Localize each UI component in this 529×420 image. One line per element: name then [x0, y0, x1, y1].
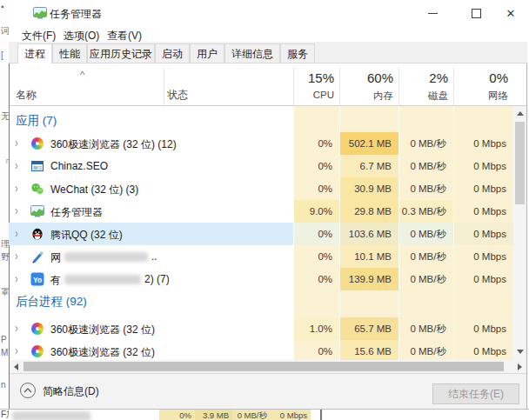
minimize-button[interactable] — [416, 0, 449, 26]
metric-cell[interactable]: 0 Mbps — [453, 200, 513, 223]
metric-cell[interactable]: 0% — [293, 132, 339, 155]
expand-chevron-icon[interactable]: › — [15, 158, 18, 173]
metric-cell[interactable]: 103.6 MB — [339, 223, 398, 245]
metric-cell[interactable]: 0 MB/秒 — [398, 340, 453, 360]
metric-cell[interactable]: 0 Mbps — [453, 223, 513, 245]
process-row[interactable]: ›Chinaz.SEO0%6.7 MB0 MB/秒0 Mbps — [0, 155, 527, 177]
metric-cell[interactable]: 30.9 MB — [339, 177, 398, 200]
youdao-icon: Yo — [30, 272, 44, 286]
metric-cell[interactable]: 29.8 MB — [339, 200, 398, 223]
metric-cell[interactable]: 0 Mbps — [453, 132, 513, 155]
expand-chevron-icon[interactable]: › — [15, 249, 18, 263]
process-name: 网 — [50, 250, 61, 265]
process-row[interactable]: ›腾讯QQ (32 位)0%103.6 MB0 MB/秒0 Mbps — [0, 223, 527, 245]
close-button[interactable]: ✕ — [494, 0, 527, 26]
metric-cell[interactable]: 139.9 MB — [339, 268, 398, 290]
metric-cell[interactable]: 0% — [293, 268, 339, 290]
metric-cell[interactable]: 0% — [293, 340, 339, 360]
expand-chevron-icon[interactable]: › — [15, 226, 18, 241]
process-row[interactable]: ›网..0%10.1 MB0 MB/秒0 Mbps — [0, 245, 527, 268]
metric-cell[interactable]: 0% — [293, 245, 339, 268]
metric-cell[interactable]: 0 MB/秒 — [398, 155, 453, 177]
header-label-磁盘[interactable]: 磁盘 — [396, 90, 448, 103]
header-pct-内存[interactable]: 60% — [341, 70, 393, 85]
process-row[interactable]: ›WeChat (32 位) (3)0%30.9 MB0 MB/秒0 Mbps — [0, 177, 527, 200]
process-list: 应用 (7)›360极速浏览器 (32 位) (12)0%502.1 MB0 M… — [0, 106, 527, 360]
metric-cell[interactable]: 65.7 MB — [339, 317, 398, 340]
tab-启动[interactable]: 启动 — [155, 43, 190, 63]
metric-cell[interactable]: 502.1 MB — [339, 132, 398, 155]
tab-用户[interactable]: 用户 — [190, 43, 224, 63]
end-task-button[interactable]: 结束任务(E) — [432, 383, 519, 404]
metric-cell[interactable]: 0 MB/秒 — [398, 245, 453, 268]
header-pct-网络[interactable]: 0% — [456, 70, 508, 85]
metric-cell[interactable]: 0 Mbps — [453, 245, 513, 268]
scroll-left-icon[interactable] — [14, 363, 18, 370]
process-group-header[interactable]: 应用 (7) — [16, 113, 57, 129]
metric-cell[interactable]: 0% — [293, 155, 339, 177]
window-title: 任务管理器 — [50, 7, 102, 22]
tab-应用历史记录[interactable]: 应用历史记录 — [87, 43, 155, 63]
process-group-header[interactable]: 后台进程 (92) — [16, 294, 87, 310]
metric-cell[interactable]: 1.0% — [293, 317, 339, 340]
process-name: 360极速浏览器 (32 位) (12) — [50, 137, 177, 152]
background-text-fragment: [ — [1, 50, 9, 60]
expand-chevron-icon[interactable]: › — [15, 181, 18, 196]
header-pct-磁盘[interactable]: 2% — [396, 70, 448, 85]
horizontal-scrollbar[interactable] — [10, 360, 526, 373]
metric-cell[interactable]: 0 Mbps — [453, 155, 513, 177]
metric-cell[interactable]: 10.1 MB — [339, 245, 398, 268]
metric-cell[interactable]: 0.3 MB/秒 — [398, 200, 453, 223]
header-pct-CPU[interactable]: 15% — [282, 70, 334, 85]
column-status[interactable]: 状态 — [167, 88, 188, 103]
vertical-scroll-thumb[interactable] — [515, 122, 525, 204]
metric-cell[interactable]: 0% — [293, 177, 339, 200]
metric-cell[interactable]: 6.7 MB — [339, 155, 398, 177]
process-row[interactable]: ›360极速浏览器 (32 位)0%15.6 MB0 MB/秒0 Mbps — [0, 340, 527, 360]
metric-cell[interactable]: 0 MB/秒 — [398, 177, 453, 200]
metric-cell[interactable]: 0 MB/秒 — [398, 132, 453, 155]
expand-chevron-icon[interactable]: › — [15, 321, 18, 336]
metric-cell[interactable]: 0 MB/秒 — [398, 317, 453, 340]
metric-cell[interactable]: 15.6 MB — [339, 340, 398, 360]
header-label-网络[interactable]: 网络 — [456, 90, 508, 103]
header-label-CPU[interactable]: CPU — [282, 90, 334, 100]
scroll-down-icon[interactable] — [517, 350, 524, 354]
menu-bar: 文件(F) 选项(O) 查看(V) — [9, 26, 527, 42]
tab-详细信息[interactable]: 详细信息 — [224, 43, 280, 63]
metric-cell[interactable]: 0% — [293, 223, 339, 245]
process-row[interactable]: ›任务管理器9.0%29.8 MB0.3 MB/秒0 Mbps — [0, 200, 527, 223]
metric-cell[interactable]: 0 Mbps — [453, 317, 513, 340]
task-manager-screen: ▪诃[无『理野罩PMn F加数程序 0%3.9 MB0 MB/秒0 Mbps 任… — [0, 0, 529, 420]
expand-chevron-icon[interactable]: › — [15, 271, 18, 286]
title-bar[interactable]: 任务管理器 ✕ — [9, 0, 527, 26]
metric-cell[interactable]: 0 MB/秒 — [398, 223, 453, 245]
collapse-circle-icon[interactable] — [20, 383, 36, 398]
tab-服务[interactable]: 服务 — [280, 43, 315, 63]
background-text-fragment: 诃 — [1, 26, 9, 36]
chinaz-icon — [30, 159, 44, 173]
expand-chevron-icon[interactable]: › — [15, 203, 18, 218]
maximize-button[interactable] — [459, 0, 492, 26]
metric-cell[interactable]: 9.0% — [293, 200, 339, 223]
tab-性能[interactable]: 性能 — [52, 43, 87, 63]
metric-cell[interactable]: 0 Mbps — [453, 340, 513, 360]
metric-cell[interactable]: 0 MB/秒 — [398, 268, 453, 290]
column-name[interactable]: 名称 — [16, 88, 37, 103]
expand-chevron-icon[interactable]: › — [15, 343, 18, 358]
metric-cell[interactable]: 0 Mbps — [453, 268, 513, 290]
scroll-up-icon[interactable] — [517, 111, 524, 116]
vertical-scrollbar[interactable] — [513, 106, 526, 360]
column-divider — [453, 68, 454, 105]
header-label-内存[interactable]: 内存 — [341, 90, 393, 103]
fewer-details-toggle[interactable]: 简略信息(D) — [43, 384, 99, 399]
process-row[interactable]: ›360极速浏览器 (32 位) (12)0%502.1 MB0 MB/秒0 M… — [0, 132, 527, 155]
metric-cell[interactable]: 0 Mbps — [453, 177, 513, 200]
expand-chevron-icon[interactable]: › — [15, 136, 18, 150]
scroll-right-icon[interactable] — [518, 363, 522, 370]
process-row[interactable]: ›Yo有2) (7)0%139.9 MB0 MB/秒0 Mbps — [0, 268, 527, 290]
horizontal-scroll-thumb[interactable] — [23, 362, 504, 371]
browser-360-icon — [30, 322, 44, 336]
tab-进程[interactable]: 进程 — [17, 43, 52, 63]
process-row[interactable]: ›360极速浏览器 (32 位)1.0%65.7 MB0 MB/秒0 Mbps — [0, 317, 527, 340]
